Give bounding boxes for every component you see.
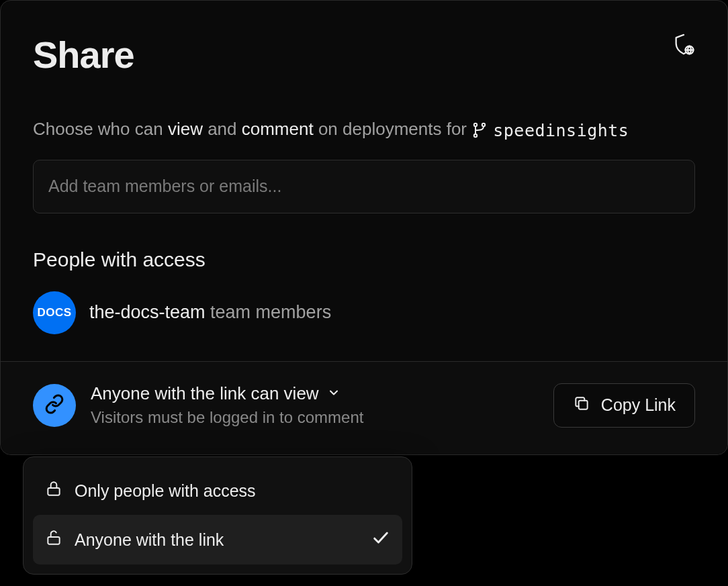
modal-title: Share <box>33 33 134 77</box>
dropdown-option-label: Only people with access <box>75 481 256 501</box>
access-row: DOCS the-docs-team team members <box>33 291 695 334</box>
check-icon <box>371 528 390 551</box>
add-members-input-wrap[interactable] <box>33 160 695 213</box>
share-modal: Share Choose who can view and comment on… <box>0 0 728 455</box>
chevron-down-icon <box>327 383 340 404</box>
modal-header: Share <box>33 33 695 77</box>
visibility-label: Anyone with the link can view <box>91 383 319 404</box>
team-avatar: DOCS <box>33 291 76 334</box>
lock-closed-icon <box>45 480 62 501</box>
visibility-subtext: Visitors must be logged in to comment <box>91 408 363 427</box>
link-icon <box>44 394 64 417</box>
visibility-select[interactable]: Anyone with the link can view <box>91 383 363 404</box>
branch-name: speedinsights <box>493 119 629 142</box>
svg-rect-5 <box>48 488 59 495</box>
copy-link-button[interactable]: Copy Link <box>553 383 695 428</box>
link-text-wrap: Anyone with the link can view Visitors m… <box>91 383 363 427</box>
subtitle-mid: and <box>203 119 242 139</box>
shield-globe-icon[interactable] <box>672 33 695 56</box>
modal-body: Share Choose who can view and comment on… <box>1 1 727 361</box>
avatar-label: DOCS <box>37 306 71 320</box>
dropdown-option-label: Anyone with the link <box>75 530 224 550</box>
branch-chip: speedinsights <box>471 119 629 142</box>
footer-left: Anyone with the link can view Visitors m… <box>33 383 363 427</box>
add-members-input[interactable] <box>48 177 680 196</box>
dropdown-option-anyone-link[interactable]: Anyone with the link <box>33 515 402 565</box>
copy-icon <box>573 395 590 416</box>
git-branch-icon <box>471 122 488 138</box>
subtitle: Choose who can view and comment on deplo… <box>33 117 695 142</box>
subtitle-comment: comment <box>242 119 314 139</box>
subtitle-prefix: Choose who can <box>33 119 168 139</box>
lock-open-icon <box>45 529 62 550</box>
svg-rect-6 <box>48 537 59 544</box>
copy-link-label: Copy Link <box>601 395 676 415</box>
dropdown-option-only-access[interactable]: Only people with access <box>33 467 402 515</box>
access-heading: People with access <box>33 248 695 271</box>
subtitle-view: view <box>168 119 203 139</box>
link-icon-circle <box>33 384 76 427</box>
access-text: the-docs-team team members <box>89 302 331 323</box>
visibility-dropdown: Only people with access Anyone with the … <box>23 456 412 575</box>
team-name: the-docs-team <box>89 302 206 322</box>
subtitle-suffix: on deployments for <box>314 119 472 139</box>
team-suffix: team members <box>206 302 332 322</box>
svg-rect-4 <box>578 400 587 409</box>
modal-footer: Anyone with the link can view Visitors m… <box>1 361 727 454</box>
